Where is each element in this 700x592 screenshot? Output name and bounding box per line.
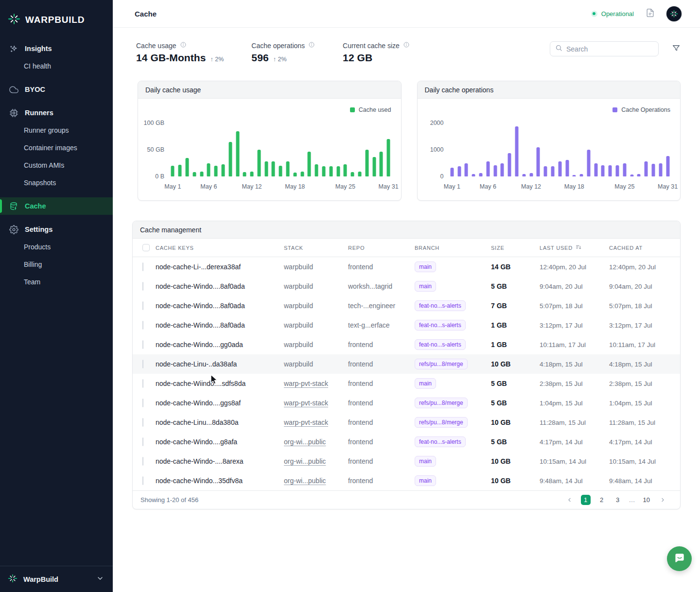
chart-bar[interactable] (558, 161, 561, 176)
chart-bar[interactable] (322, 166, 325, 176)
chart-bar[interactable] (457, 166, 461, 176)
row-checkbox[interactable] (142, 476, 143, 485)
table-row[interactable]: node-cache-Li-...derexa38afwarpbuildfron… (133, 257, 680, 277)
table-row[interactable]: node-cache-Linu-..da38afawarpbuildfronte… (133, 354, 680, 374)
chart-bar[interactable] (185, 158, 189, 177)
stack-cell[interactable]: warp-pvt-stack (284, 380, 348, 387)
chart-bar[interactable] (178, 165, 182, 176)
sidebar-item-runner-groups[interactable]: Runner groups (0, 122, 113, 139)
sidebar-item-snapshots[interactable]: Snapshots (0, 174, 113, 192)
row-checkbox[interactable] (142, 301, 143, 310)
next-page-button[interactable] (658, 495, 667, 505)
sidebar-item-container-images[interactable]: Container images (0, 139, 113, 157)
sidebar-item-ci-health[interactable]: CI health (0, 57, 113, 75)
chart-bar[interactable] (236, 131, 239, 177)
chart-bar[interactable] (264, 161, 268, 176)
chart-bar[interactable] (293, 173, 297, 176)
table-row[interactable]: node-cache-Windo-....8arexaorg-wi...publ… (133, 452, 680, 471)
chart-bar[interactable] (221, 164, 225, 176)
chart-bar[interactable] (587, 150, 590, 176)
chart-bar[interactable] (450, 168, 454, 176)
chart-bar[interactable] (228, 142, 232, 177)
sidebar-item-custom-amis[interactable]: Custom AMIs (0, 157, 113, 174)
chart-bar[interactable] (551, 166, 554, 176)
row-checkbox[interactable] (142, 340, 143, 349)
org-switcher[interactable]: WarpBuild (0, 566, 113, 592)
chart-bar[interactable] (573, 175, 576, 176)
sidebar-item-team[interactable]: Team (0, 273, 113, 291)
chart-bar[interactable] (358, 172, 361, 176)
row-checkbox[interactable] (142, 399, 143, 407)
chart-bar[interactable] (652, 164, 655, 176)
sidebar-item-settings[interactable]: Settings (0, 221, 113, 238)
page-button-10[interactable]: 10 (642, 495, 651, 505)
chart-bar[interactable] (623, 163, 626, 177)
chart-bar[interactable] (365, 150, 368, 176)
chart-bar[interactable] (207, 163, 210, 177)
chat-launcher-button[interactable] (667, 546, 692, 571)
chart-bar[interactable] (465, 163, 468, 177)
row-checkbox[interactable] (142, 437, 143, 446)
chart-bar[interactable] (472, 174, 475, 176)
chart-bar[interactable] (308, 152, 311, 176)
chart-bar[interactable] (243, 172, 246, 176)
chart-bar[interactable] (666, 156, 669, 176)
table-row[interactable]: node-cache-Windo...35dfv8aorg-wi...publi… (133, 471, 680, 490)
chart-bar[interactable] (372, 157, 376, 176)
sidebar-item-insights[interactable]: Insights (0, 40, 113, 57)
row-checkbox[interactable] (142, 360, 143, 368)
chart-bar[interactable] (315, 164, 318, 176)
stack-cell[interactable]: warp-pvt-stack (284, 399, 348, 407)
user-avatar[interactable] (666, 6, 682, 21)
chart-bar[interactable] (214, 166, 218, 176)
chart-bar[interactable] (529, 173, 533, 176)
row-checkbox[interactable] (142, 457, 143, 466)
chart-bar[interactable] (387, 139, 390, 176)
page-button-2[interactable]: 2 (597, 495, 607, 505)
stack-cell[interactable]: org-wi...public (284, 477, 348, 485)
chart-bar[interactable] (250, 172, 254, 176)
column-header[interactable]: BRANCH (415, 245, 491, 251)
stack-cell[interactable]: org-wi...public (284, 457, 348, 465)
sidebar-item-billing[interactable]: Billing (0, 256, 113, 273)
chart-bar[interactable] (300, 172, 304, 176)
chart-bar[interactable] (279, 166, 282, 176)
chart-bar[interactable] (200, 172, 203, 176)
row-checkbox[interactable] (142, 321, 143, 330)
column-header[interactable]: SIZE (491, 245, 540, 251)
chart-bar[interactable] (616, 165, 619, 176)
chart-bar[interactable] (508, 153, 511, 176)
table-row[interactable]: node-cache-Windo....8af0adawarpbuildtext… (133, 315, 680, 335)
chart-bar[interactable] (486, 161, 490, 176)
info-icon[interactable] (308, 41, 315, 50)
column-header[interactable]: CACHED AT (609, 245, 670, 251)
chart-bar[interactable] (522, 174, 525, 176)
chart-bar[interactable] (565, 160, 569, 176)
info-icon[interactable] (180, 41, 187, 50)
chart-bar[interactable] (544, 166, 547, 176)
chart-bar[interactable] (645, 161, 648, 176)
chart-bar[interactable] (351, 172, 354, 176)
chart-bar[interactable] (336, 166, 340, 176)
chart-bar[interactable] (515, 126, 519, 176)
status-badge[interactable]: Operational (591, 10, 634, 17)
chart-bar[interactable] (601, 165, 605, 176)
changelog-doc-icon[interactable] (646, 8, 655, 19)
stack-cell[interactable]: warp-pvt-stack (284, 418, 348, 426)
sidebar-item-runners[interactable]: Runners (0, 104, 113, 122)
chart-bar[interactable] (501, 163, 504, 177)
table-row[interactable]: node-cache-Windo....g8afaorg-wi...public… (133, 432, 680, 452)
chart-bar[interactable] (329, 166, 332, 176)
chart-bar[interactable] (272, 161, 275, 176)
table-row[interactable]: node-cache-Windo....ggs8afwarp-pvt-stack… (133, 393, 680, 413)
chart-bar[interactable] (637, 174, 641, 176)
chart-bar[interactable] (537, 147, 540, 177)
sidebar-item-products[interactable]: Products (0, 238, 113, 256)
chart-bar[interactable] (609, 165, 612, 176)
chart-bar[interactable] (479, 173, 483, 176)
row-checkbox[interactable] (142, 282, 143, 291)
select-all-checkbox[interactable] (142, 244, 150, 251)
sort-descending-icon[interactable] (576, 244, 582, 251)
chart-bar[interactable] (493, 165, 497, 176)
info-icon[interactable] (403, 41, 410, 50)
